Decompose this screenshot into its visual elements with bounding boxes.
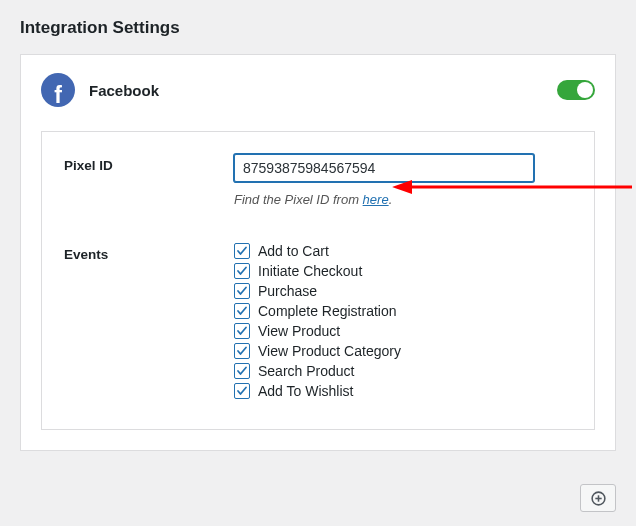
event-item: View Product xyxy=(234,323,572,339)
check-icon xyxy=(236,365,248,377)
settings-panel: Pixel ID Find the Pixel ID from here. Ev… xyxy=(41,131,595,430)
pixel-id-input[interactable] xyxy=(234,154,534,182)
pixel-id-row: Pixel ID Find the Pixel ID from here. xyxy=(64,154,572,207)
check-icon xyxy=(236,285,248,297)
events-row: Events Add to CartInitiate CheckoutPurch… xyxy=(64,243,572,403)
pixel-id-label: Pixel ID xyxy=(64,154,234,173)
event-item: View Product Category xyxy=(234,343,572,359)
event-checkbox[interactable] xyxy=(234,383,250,399)
integration-name: Facebook xyxy=(89,82,159,99)
page-title: Integration Settings xyxy=(20,18,616,38)
event-item: Purchase xyxy=(234,283,572,299)
add-button[interactable] xyxy=(580,484,616,512)
event-item: Initiate Checkout xyxy=(234,263,572,279)
event-list: Add to CartInitiate CheckoutPurchaseComp… xyxy=(234,243,572,399)
plus-circle-icon xyxy=(590,490,607,507)
event-label: Search Product xyxy=(258,363,355,379)
event-checkbox[interactable] xyxy=(234,363,250,379)
facebook-icon: f xyxy=(41,73,75,107)
check-icon xyxy=(236,265,248,277)
event-checkbox[interactable] xyxy=(234,323,250,339)
event-item: Search Product xyxy=(234,363,572,379)
event-label: Add to Cart xyxy=(258,243,329,259)
check-icon xyxy=(236,325,248,337)
enable-toggle[interactable] xyxy=(557,80,595,100)
event-label: Initiate Checkout xyxy=(258,263,362,279)
event-label: Add To Wishlist xyxy=(258,383,353,399)
events-label: Events xyxy=(64,243,234,262)
event-checkbox[interactable] xyxy=(234,303,250,319)
events-content: Add to CartInitiate CheckoutPurchaseComp… xyxy=(234,243,572,403)
event-label: Complete Registration xyxy=(258,303,397,319)
event-checkbox[interactable] xyxy=(234,263,250,279)
helper-text-post: . xyxy=(389,192,393,207)
event-label: View Product xyxy=(258,323,340,339)
event-checkbox[interactable] xyxy=(234,283,250,299)
event-item: Add To Wishlist xyxy=(234,383,572,399)
check-icon xyxy=(236,345,248,357)
pixel-id-help-link[interactable]: here xyxy=(363,192,389,207)
integration-card: f Facebook Pixel ID Find the Pixel ID fr… xyxy=(20,54,616,451)
event-checkbox[interactable] xyxy=(234,343,250,359)
event-label: View Product Category xyxy=(258,343,401,359)
event-label: Purchase xyxy=(258,283,317,299)
header-left: f Facebook xyxy=(41,73,159,107)
check-icon xyxy=(236,245,248,257)
check-icon xyxy=(236,305,248,317)
event-item: Add to Cart xyxy=(234,243,572,259)
facebook-letter: f xyxy=(54,84,62,107)
pixel-id-helper: Find the Pixel ID from here. xyxy=(234,192,572,207)
card-header: f Facebook xyxy=(41,73,595,107)
event-item: Complete Registration xyxy=(234,303,572,319)
event-checkbox[interactable] xyxy=(234,243,250,259)
check-icon xyxy=(236,385,248,397)
pixel-id-content: Find the Pixel ID from here. xyxy=(234,154,572,207)
helper-text-pre: Find the Pixel ID from xyxy=(234,192,363,207)
